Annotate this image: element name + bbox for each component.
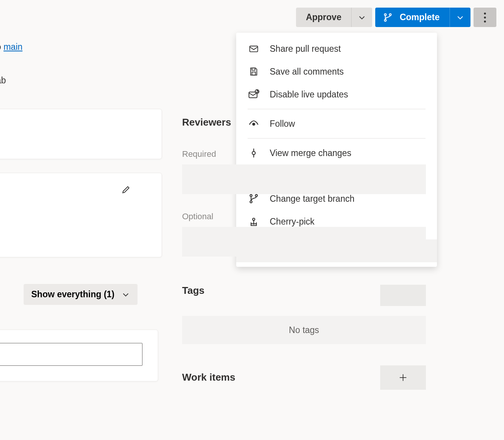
comment-card	[0, 173, 162, 257]
menu-view-merge[interactable]: View merge changes	[236, 142, 437, 164]
add-workitem-button[interactable]	[380, 365, 426, 390]
approve-button[interactable]: Approve	[296, 8, 351, 27]
svg-point-19	[255, 194, 257, 196]
menu-follow[interactable]: Follow	[236, 112, 437, 135]
show-filter-label: Show everything (1)	[31, 289, 115, 300]
optional-label: Optional	[182, 212, 213, 222]
tags-heading: Tags	[182, 285, 205, 297]
svg-point-1	[389, 14, 391, 16]
menu-divider	[248, 109, 426, 109]
chevron-down-icon	[456, 13, 464, 22]
menu-save-comments[interactable]: Save all comments	[236, 60, 437, 83]
complete-split-button: Complete	[375, 8, 470, 27]
svg-point-21	[253, 218, 255, 220]
optional-reviewer-slot[interactable]	[182, 227, 426, 257]
eye-icon	[248, 118, 260, 130]
complete-button[interactable]: Complete	[375, 8, 450, 27]
tab-fragment: ab	[0, 75, 6, 86]
more-actions-button[interactable]	[474, 8, 496, 27]
comment-input[interactable]	[0, 343, 142, 366]
svg-rect-8	[252, 72, 255, 75]
menu-label: Follow	[270, 119, 295, 129]
svg-point-11	[253, 123, 255, 126]
add-tag-button-bg	[380, 285, 426, 306]
menu-share-pr[interactable]: Share pull request	[236, 37, 437, 60]
menu-divider	[248, 138, 426, 139]
svg-point-2	[384, 19, 386, 21]
complete-label: Complete	[400, 12, 440, 22]
plus-icon	[398, 373, 408, 383]
mail-icon	[248, 43, 260, 55]
approve-split-button: Approve	[296, 8, 372, 27]
branch-link[interactable]: main	[3, 42, 22, 52]
svg-point-12	[252, 151, 255, 155]
breadcrumb: o main	[0, 42, 22, 52]
save-icon	[248, 65, 260, 78]
svg-point-3	[484, 12, 486, 14]
chevron-down-icon	[358, 13, 366, 22]
menu-disable-live[interactable]: Disable live updates	[236, 83, 437, 106]
breadcrumb-prefix: o	[0, 42, 3, 52]
cherry-pick-icon	[248, 215, 260, 228]
svg-rect-6	[250, 46, 258, 52]
menu-label: Cherry-pick	[270, 217, 315, 227]
branch-icon	[248, 193, 260, 205]
approve-dropdown-button[interactable]	[351, 8, 372, 27]
menu-label: Change target branch	[270, 194, 355, 204]
svg-point-5	[484, 20, 486, 22]
workitems-heading: Work items	[182, 371, 235, 383]
commit-icon	[248, 147, 260, 159]
svg-point-0	[384, 14, 386, 16]
required-label: Required	[182, 149, 216, 159]
svg-point-18	[250, 194, 252, 196]
svg-point-4	[484, 16, 486, 18]
menu-label: View merge changes	[270, 148, 351, 158]
pr-toolbar: Approve Complete	[296, 8, 496, 27]
menu-label: Save all comments	[270, 67, 344, 77]
no-tags-placeholder: No tags	[182, 316, 426, 344]
reviewers-heading: Reviewers	[182, 116, 231, 128]
menu-label: Share pull request	[270, 44, 341, 54]
description-card	[0, 109, 162, 159]
edit-icon[interactable]	[121, 185, 131, 196]
menu-label: Disable live updates	[270, 89, 348, 100]
comment-input-card	[0, 330, 158, 381]
svg-rect-7	[252, 68, 255, 70]
kebab-icon	[483, 12, 486, 23]
required-reviewer-slot[interactable]	[182, 164, 426, 194]
branch-icon	[383, 13, 393, 22]
show-filter-button[interactable]: Show everything (1)	[24, 284, 138, 305]
svg-point-20	[250, 201, 252, 202]
complete-dropdown-button[interactable]	[450, 8, 470, 27]
chevron-down-icon	[122, 290, 130, 299]
mail-refresh-icon	[248, 88, 260, 100]
